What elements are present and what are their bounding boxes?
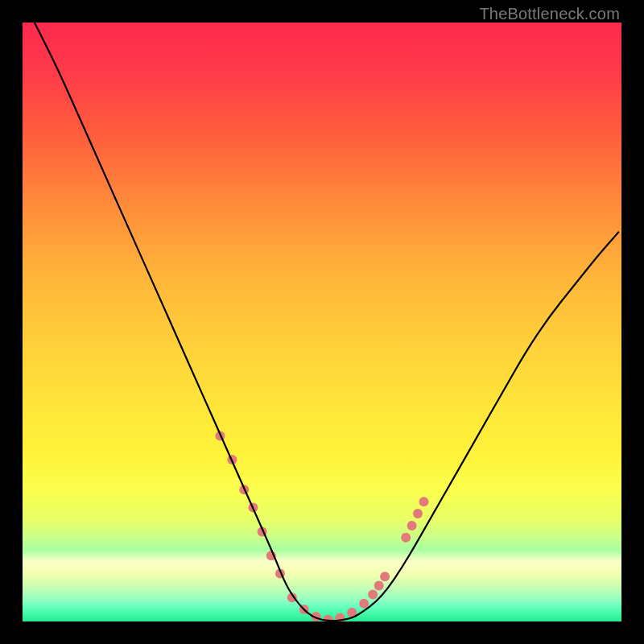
marker-dot	[401, 533, 411, 543]
chart-frame: TheBottleneck.com	[0, 0, 644, 644]
curve-path	[35, 23, 618, 621]
marker-dot	[419, 497, 429, 506]
markers-group	[216, 431, 429, 621]
marker-dot	[374, 580, 384, 590]
plot-area	[23, 23, 621, 621]
marker-dot	[359, 599, 369, 609]
marker-dot	[413, 509, 423, 518]
watermark-text: TheBottleneck.com	[479, 5, 620, 23]
marker-dot	[407, 521, 417, 530]
marker-dot	[380, 572, 390, 581]
chart-svg	[23, 23, 621, 621]
marker-dot	[368, 590, 378, 600]
